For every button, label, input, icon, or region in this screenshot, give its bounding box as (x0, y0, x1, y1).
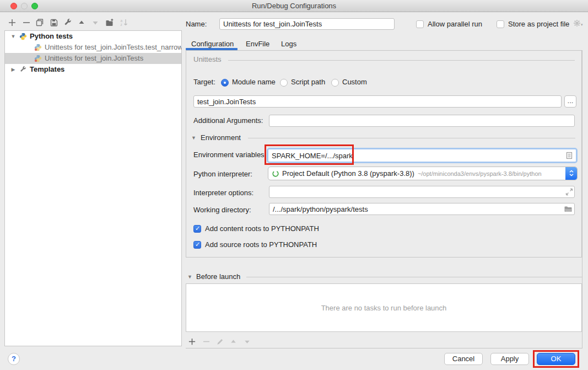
chevron-down-icon: ▾ (581, 23, 583, 27)
edit-variables-list-icon[interactable] (565, 151, 574, 160)
collapse-triangle-icon[interactable]: ▼ (187, 274, 192, 280)
python-icon (19, 33, 27, 40)
add-source-roots-checkbox[interactable] (193, 241, 201, 249)
tree-item-python-tests[interactable]: ▼ Python tests (5, 31, 181, 42)
edit-pencil-icon (216, 337, 224, 346)
add-configuration-button[interactable] (8, 18, 17, 27)
working-directory-label: Working directory: (193, 206, 251, 214)
tree-item-unittests-jointests[interactable]: Unittests for test_join.JoinTests (5, 53, 181, 64)
python-test-icon (34, 44, 42, 51)
move-down-button (91, 18, 100, 27)
before-launch-section-title[interactable]: Before launch (196, 272, 240, 281)
remove-task-button (202, 337, 211, 346)
python-test-icon (34, 55, 42, 62)
python-interpreter-combobox[interactable]: Project Default (Python 3.8 (pyspark-3.8… (268, 167, 578, 180)
collapse-triangle-icon[interactable]: ▼ (191, 135, 196, 141)
empty-tasks-message: There are no tasks to run before launch (321, 304, 447, 312)
edit-templates-wrench-icon[interactable] (63, 18, 72, 27)
unittests-group-panel: Unittests Target: Module name Script pat… (186, 50, 582, 258)
allow-parallel-run-checkbox[interactable] (416, 20, 424, 28)
interpreter-options-label: Interpreter options: (193, 189, 253, 197)
divider (186, 348, 582, 348)
sort-alphabetically-icon: az (120, 18, 128, 27)
custom-radio[interactable] (331, 79, 339, 87)
ok-button[interactable]: OK (537, 353, 575, 365)
window-title: Run/Debug Configurations (0, 0, 588, 12)
script-path-radio[interactable] (280, 79, 288, 87)
apply-button[interactable]: Apply (490, 353, 529, 365)
name-input[interactable] (219, 18, 395, 30)
expand-icon[interactable] (565, 187, 574, 196)
tab-envfile[interactable]: EnvFile (246, 39, 269, 50)
allow-parallel-run-label: Allow parallel run (428, 20, 482, 28)
name-label: Name: (186, 20, 207, 28)
tree-item-unittests-test-narrow[interactable]: Unittests for test_join.JoinTests.test_n… (5, 42, 181, 53)
script-path-radio-label[interactable]: Script path (291, 78, 325, 86)
working-directory-input[interactable] (269, 203, 575, 215)
divider (248, 138, 575, 138)
svg-text:a: a (121, 19, 123, 23)
divider (582, 50, 582, 348)
tree-item-label: Python tests (30, 31, 73, 42)
chevron-right-icon[interactable]: ▶ (10, 64, 16, 75)
module-name-radio[interactable] (221, 79, 229, 87)
module-name-radio-label[interactable]: Module name (232, 78, 276, 86)
configurations-tree: ▼ Python tests Unittests for test_join.J… (4, 30, 182, 346)
tree-item-label: Unittests for test_join.JoinTests.test_n… (45, 42, 182, 53)
python-interpreter-label: Python interpreter: (193, 170, 252, 178)
python-interpreter-path: ~/opt/miniconda3/envs/pyspark-3.8/bin/py… (418, 170, 542, 177)
browse-button[interactable]: ... (564, 95, 576, 108)
store-as-project-file-label: Store as project file (508, 20, 569, 28)
tab-logs[interactable]: Logs (281, 39, 296, 50)
titlebar: Run/Debug Configurations (0, 0, 588, 12)
divider (246, 277, 582, 277)
move-task-down-button (243, 337, 251, 346)
target-label: Target: (193, 78, 215, 86)
environment-variables-input[interactable] (268, 149, 576, 162)
add-content-roots-checkbox[interactable] (193, 225, 201, 233)
svg-text:z: z (121, 23, 122, 26)
help-button[interactable]: ? (8, 353, 20, 365)
move-task-up-button (229, 337, 238, 346)
interpreter-options-input[interactable] (269, 186, 575, 198)
environment-variables-label: Environment variables: (193, 151, 266, 159)
environment-section-title[interactable]: Environment (201, 133, 241, 142)
add-content-roots-label: Add content roots to PYTHONPATH (205, 224, 319, 233)
copy-configuration-button[interactable] (35, 18, 44, 27)
conda-environment-icon (272, 170, 279, 178)
gear-icon[interactable]: ▾ (573, 19, 584, 28)
chevron-down-icon[interactable]: ▼ (10, 31, 16, 42)
wrench-icon (19, 66, 27, 73)
tree-item-templates[interactable]: ▶ Templates (5, 64, 181, 75)
remove-configuration-button[interactable] (22, 18, 31, 27)
new-folder-icon[interactable] (105, 18, 114, 27)
custom-radio-label[interactable]: Custom (342, 78, 367, 86)
target-input[interactable] (193, 95, 562, 108)
tree-item-label: Unittests for test_join.JoinTests (45, 53, 143, 64)
before-launch-task-list[interactable]: There are no tasks to run before launch (186, 283, 582, 332)
tree-item-label: Templates (30, 64, 64, 75)
store-as-project-file-checkbox[interactable] (497, 20, 504, 28)
move-up-button[interactable] (77, 18, 86, 27)
folder-icon[interactable] (564, 205, 573, 213)
add-task-button[interactable] (188, 337, 196, 346)
cancel-button[interactable]: Cancel (444, 353, 483, 365)
additional-arguments-input[interactable] (269, 115, 575, 127)
additional-arguments-label: Additional Arguments: (193, 116, 263, 125)
divider (228, 60, 575, 61)
environment-variables-field[interactable] (267, 148, 578, 163)
python-interpreter-value: Project Default (Python 3.8 (pyspark-3.8… (282, 169, 414, 178)
add-source-roots-label: Add source roots to PYTHONPATH (205, 240, 317, 249)
save-configuration-button[interactable] (50, 18, 58, 27)
combobox-arrows-icon[interactable] (565, 167, 577, 180)
group-title: Unittests (193, 55, 222, 63)
